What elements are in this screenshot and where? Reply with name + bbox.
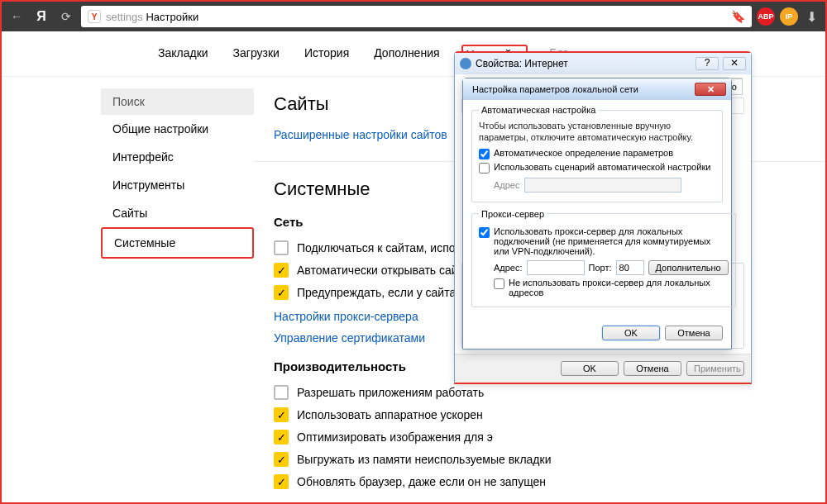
globe-icon xyxy=(460,58,471,69)
script-addr-label: Адрес xyxy=(494,180,520,190)
dialog-title: Свойства: Интернет xyxy=(476,58,568,69)
checkbox[interactable]: ✓ xyxy=(274,474,289,489)
download-icon[interactable]: ⬇ xyxy=(803,9,820,25)
lan-dialog-title: Настройка параметров локальной сети xyxy=(472,84,638,94)
check-label: Разрешать приложениям работать xyxy=(297,386,484,399)
check-label: Обновлять браузер, даже если он не запущ… xyxy=(297,475,546,488)
url-text: settings Настройки xyxy=(106,11,198,23)
auto-config-desc: Чтобы использовать установленные вручную… xyxy=(479,120,715,144)
tab-history[interactable]: История xyxy=(301,45,352,64)
sidebar-item-interface[interactable]: Интерфейс xyxy=(101,143,254,171)
lan-settings-dialog: Настройка параметров локальной сети ✕ Ав… xyxy=(462,78,732,349)
sidebar-item-general[interactable]: Общие настройки xyxy=(101,115,254,143)
perf-check-3[interactable]: ✓Выгружать из памяти неиспользуемые вкла… xyxy=(274,452,809,467)
perf-check-2[interactable]: ✓Оптимизировать изображения для э xyxy=(274,430,809,445)
abp-extension-icon[interactable]: ABP xyxy=(757,7,775,26)
proxy-addr-input[interactable] xyxy=(527,260,585,275)
proxy-addr-label: Адрес: xyxy=(494,263,523,273)
checkbox[interactable]: ✓ xyxy=(274,430,289,445)
cancel-button[interactable]: Отмена xyxy=(665,326,723,340)
checkbox[interactable]: ✓ xyxy=(274,452,289,467)
back-button[interactable]: ← xyxy=(7,7,26,26)
advanced-button[interactable]: Дополнительно xyxy=(648,260,729,275)
sidebar-item-system[interactable]: Системные xyxy=(101,227,254,259)
auto-detect-label: Автоматическое определение параметров xyxy=(494,148,673,158)
cancel-button[interactable]: Отмена xyxy=(624,361,681,376)
address-bar[interactable]: Y settings Настройки 🔖 xyxy=(81,6,752,27)
use-proxy-label: Использовать прокси-сервер для локальных… xyxy=(494,226,729,256)
use-proxy-row[interactable]: Использовать прокси-сервер для локальных… xyxy=(479,226,729,256)
use-proxy-checkbox[interactable] xyxy=(479,227,490,238)
checkbox[interactable]: ✓ xyxy=(274,263,289,278)
ok-button[interactable]: OK xyxy=(561,361,619,376)
auto-script-label: Использовать сценарий автоматической нас… xyxy=(494,162,710,172)
proxy-group: Прокси-сервер Использовать прокси-сервер… xyxy=(471,209,736,307)
ip-extension-icon[interactable]: IP xyxy=(780,7,798,26)
check-label: Использовать аппаратное ускорен xyxy=(297,408,483,421)
browser-toolbar: ← Я ⟳ Y settings Настройки 🔖 ABP IP ⬇ xyxy=(2,2,825,31)
help-button[interactable]: ? xyxy=(696,57,719,70)
auto-config-group: Автоматическая настройка Чтобы использов… xyxy=(471,105,723,202)
bypass-local-label: Не использовать прокси-сервер для локаль… xyxy=(509,278,729,297)
close-button[interactable]: ✕ xyxy=(723,57,746,70)
auto-detect-checkbox[interactable] xyxy=(479,149,490,159)
proxy-port-input[interactable] xyxy=(616,260,644,275)
bypass-local-row[interactable]: Не использовать прокси-сервер для локаль… xyxy=(494,278,729,297)
ok-button[interactable]: OK xyxy=(602,326,660,340)
apply-button[interactable]: Применить xyxy=(686,361,744,376)
checkbox[interactable] xyxy=(274,385,289,400)
bookmark-icon[interactable]: 🔖 xyxy=(731,10,745,23)
sidebar-item-sites[interactable]: Сайты xyxy=(101,199,254,227)
auto-script-checkbox[interactable] xyxy=(479,163,490,174)
settings-sidebar: Поиск Общие настройки Интерфейс Инструме… xyxy=(101,77,254,497)
sidebar-search-header: Поиск xyxy=(101,88,254,115)
lan-dialog-footer: OK Отмена xyxy=(463,321,731,349)
auto-config-legend: Автоматическая настройка xyxy=(479,105,598,115)
internet-properties-footer: OK Отмена Применить xyxy=(455,354,751,383)
close-button[interactable]: ✕ xyxy=(695,83,726,96)
proxy-port-label: Порт: xyxy=(589,263,612,273)
tab-addons[interactable]: Дополнения xyxy=(370,45,442,64)
bypass-local-checkbox[interactable] xyxy=(494,278,504,289)
tab-downloads[interactable]: Загрузки xyxy=(230,45,283,64)
checkbox[interactable] xyxy=(274,240,289,255)
proxy-legend: Прокси-сервер xyxy=(479,209,547,219)
perf-check-0[interactable]: Разрешать приложениям работать xyxy=(274,385,809,400)
lan-dialog-titlebar[interactable]: Настройка параметров локальной сети ✕ xyxy=(463,78,731,100)
auto-script-row[interactable]: Использовать сценарий автоматической нас… xyxy=(479,162,715,174)
checkbox[interactable]: ✓ xyxy=(274,407,289,422)
yandex-logo[interactable]: Я xyxy=(31,7,51,26)
auto-detect-row[interactable]: Автоматическое определение параметров xyxy=(479,148,715,159)
perf-check-1[interactable]: ✓Использовать аппаратное ускорен xyxy=(274,407,809,422)
site-icon: Y xyxy=(88,10,101,23)
internet-properties-titlebar[interactable]: Свойства: Интернет ? ✕ xyxy=(455,53,751,74)
checkbox[interactable]: ✓ xyxy=(274,285,289,300)
perf-check-4[interactable]: ✓Обновлять браузер, даже если он не запу… xyxy=(274,474,809,489)
reload-button[interactable]: ⟳ xyxy=(56,7,76,26)
sidebar-item-tools[interactable]: Инструменты xyxy=(101,171,254,199)
script-addr-input xyxy=(524,178,681,193)
tab-bookmarks[interactable]: Закладки xyxy=(155,45,212,64)
check-label: Оптимизировать изображения для э xyxy=(297,430,493,444)
check-label: Выгружать из памяти неиспользуемые вклад… xyxy=(297,453,551,466)
